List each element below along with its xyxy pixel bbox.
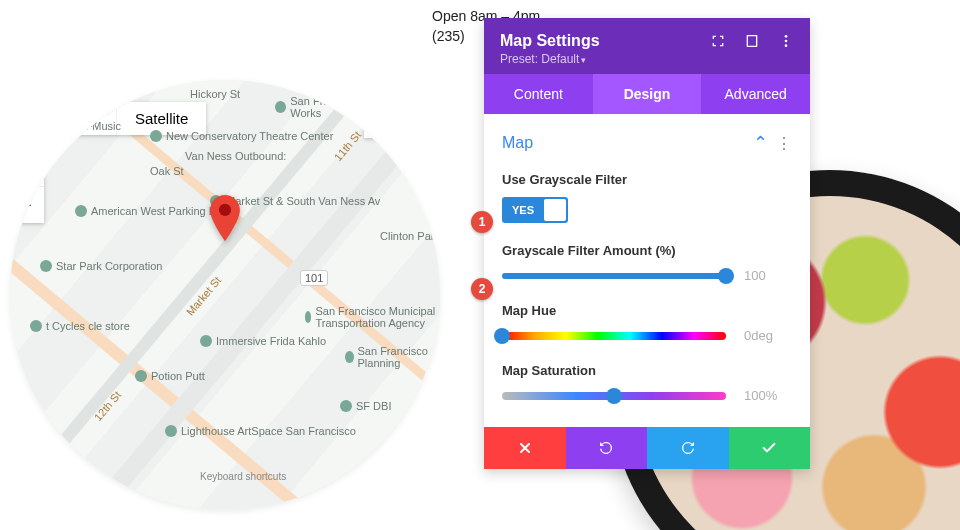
zoom-control: + −	[10, 150, 44, 223]
undo-button[interactable]	[566, 427, 648, 469]
map-hue-value: 0deg	[744, 328, 792, 343]
tab-content[interactable]: Content	[484, 74, 593, 114]
grayscale-toggle[interactable]: YES	[502, 197, 568, 223]
callout-badge-1: 1	[471, 211, 493, 233]
section-more-icon[interactable]: ⋮	[776, 134, 792, 153]
map-saturation-label: Map Saturation	[502, 363, 792, 378]
poi-label: Oak St	[150, 165, 184, 177]
preset-dropdown[interactable]: Preset: Default▾	[500, 52, 794, 66]
redo-button[interactable]	[647, 427, 729, 469]
poi-label: SF DBI	[340, 400, 391, 412]
grayscale-amount-slider[interactable]	[502, 273, 726, 279]
toggle-knob	[544, 199, 566, 221]
route-badge: 101	[300, 270, 328, 286]
save-button[interactable]	[729, 427, 811, 469]
tab-design[interactable]: Design	[593, 74, 702, 114]
panel-footer	[484, 427, 810, 469]
section-title: Map	[502, 134, 533, 152]
collapse-icon[interactable]: ⌃	[753, 132, 768, 154]
tablet-icon[interactable]	[744, 33, 760, 49]
expand-icon[interactable]	[710, 33, 726, 49]
grayscale-label: Use Grayscale Filter	[502, 172, 792, 187]
svg-point-1	[785, 35, 788, 38]
callout-badge-2: 2	[471, 278, 493, 300]
poi-label: of Music	[80, 120, 121, 132]
toggle-yes-label: YES	[502, 204, 542, 216]
road-label: Market St	[184, 274, 223, 318]
tab-advanced[interactable]: Advanced	[701, 74, 810, 114]
svg-point-0	[219, 204, 231, 216]
grayscale-amount-value: 100	[744, 268, 792, 283]
more-icon[interactable]	[778, 33, 794, 49]
poi-label: Potion Putt	[135, 370, 205, 382]
keyboard-shortcuts-link[interactable]: Keyboard shortcuts	[200, 471, 286, 482]
poi-label: Van Ness Outbound:	[185, 150, 286, 162]
poi-label: Hickory St	[190, 88, 240, 100]
poi-label: San Francisco Municipal Transportation A…	[305, 305, 440, 329]
zoom-out-button[interactable]: −	[10, 187, 44, 223]
map-marker[interactable]	[208, 195, 242, 245]
poi-label: t Cycles cle store	[30, 320, 130, 332]
map-saturation-value: 100%	[744, 388, 792, 403]
road-label: 11th St	[332, 129, 364, 163]
poi-label: San Francisco Planning	[345, 345, 440, 369]
poi-label: Lighthouse ArtSpace San Francisco	[165, 425, 356, 437]
panel-body: Map ⌃ ⋮ Use Grayscale Filter YES Graysca…	[484, 114, 810, 427]
grayscale-amount-label: Grayscale Filter Amount (%)	[502, 243, 792, 258]
poi-label: San Francisco City Public Works	[275, 95, 440, 119]
poi-label: Immersive Frida Kahlo	[200, 335, 326, 347]
road-label: 12th St	[92, 389, 124, 423]
svg-point-2	[785, 40, 788, 43]
zoom-in-button[interactable]: +	[10, 150, 44, 186]
poi-label: Clinton Park	[380, 230, 440, 242]
fullscreen-button[interactable]	[364, 102, 400, 138]
map-settings-panel: Map Settings Preset: Default▾ Content De…	[484, 18, 810, 469]
map-embed[interactable]: Map Satellite + − Hickory St San Francis…	[10, 80, 440, 510]
panel-tabs: Content Design Advanced	[484, 74, 810, 114]
cancel-button[interactable]	[484, 427, 566, 469]
svg-point-3	[785, 44, 788, 47]
poi-label: New Conservatory Theatre Center	[150, 130, 333, 142]
panel-title: Map Settings	[500, 32, 710, 50]
map-hue-label: Map Hue	[502, 303, 792, 318]
panel-header: Map Settings Preset: Default▾	[484, 18, 810, 74]
map-saturation-slider[interactable]	[502, 392, 726, 400]
map-hue-slider[interactable]	[502, 332, 726, 340]
poi-label: American West Parking Lot	[75, 205, 224, 217]
poi-label: Star Park Corporation	[40, 260, 162, 272]
